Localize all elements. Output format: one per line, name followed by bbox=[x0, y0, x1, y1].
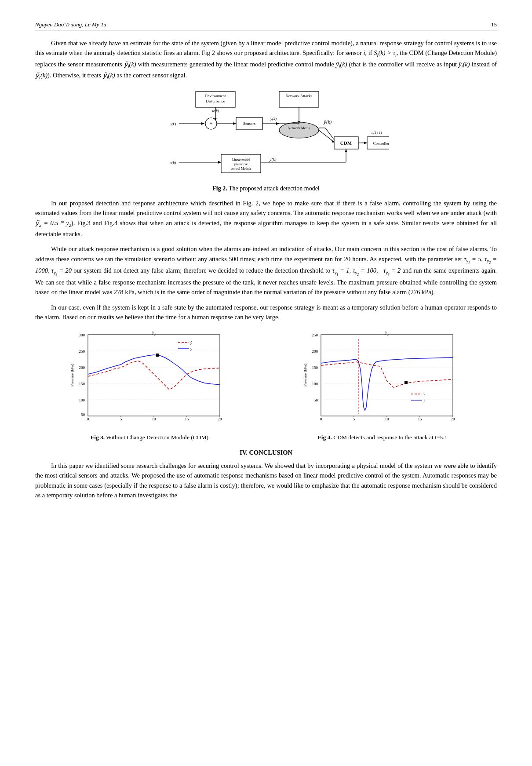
svg-rect-51 bbox=[88, 335, 220, 416]
svg-text:100: 100 bbox=[79, 398, 85, 402]
fig4-caption: Fig 4. CDM detects and response to the a… bbox=[318, 434, 448, 441]
svg-text:250: 250 bbox=[79, 349, 85, 354]
svg-text:u(k+1): u(k+1) bbox=[372, 131, 382, 135]
svg-text:150: 150 bbox=[79, 382, 85, 386]
svg-text:5: 5 bbox=[353, 417, 355, 421]
svg-marker-12 bbox=[201, 122, 204, 125]
paragraph-2: In our proposed detection and response a… bbox=[35, 198, 497, 239]
svg-marker-39 bbox=[218, 161, 221, 164]
svg-text:100: 100 bbox=[312, 382, 318, 386]
svg-marker-31 bbox=[364, 142, 367, 144]
svg-text:Environment: Environment bbox=[205, 94, 226, 98]
header-page-number: 15 bbox=[491, 21, 497, 28]
svg-text:ŷ: ŷ bbox=[190, 340, 192, 345]
svg-line-26 bbox=[319, 130, 334, 142]
paragraph-1: Given that we already have an estimate f… bbox=[35, 38, 497, 81]
svg-text:15: 15 bbox=[418, 417, 423, 421]
svg-point-22 bbox=[279, 122, 319, 138]
svg-text:ŷ(k): ŷ(k) bbox=[269, 157, 277, 162]
conclusion-paragraph: In this paper we identified some researc… bbox=[35, 461, 497, 500]
svg-rect-99 bbox=[404, 381, 408, 384]
page-header: Nguyen Dao Truong, Le My Tu 15 bbox=[35, 21, 497, 30]
fig3-caption: Fig 3. Without Change Detection Module (… bbox=[91, 434, 208, 441]
paragraph-3: While our attack response mechanism is a… bbox=[35, 244, 497, 297]
block-diagram-svg: Environment Disturbance w(k) Network Att… bbox=[143, 89, 389, 182]
svg-text:u(k): u(k) bbox=[170, 160, 176, 165]
figure-2-container: Environment Disturbance w(k) Network Att… bbox=[35, 89, 497, 182]
svg-text:150: 150 bbox=[312, 365, 318, 370]
charts-row: 300 250 200 150 100 50 0 5 10 15 20 Pres… bbox=[35, 330, 497, 441]
svg-text:y(k): y(k) bbox=[270, 117, 277, 121]
svg-text:CDM: CDM bbox=[340, 140, 352, 146]
svg-marker-16 bbox=[233, 122, 236, 125]
svg-text:10: 10 bbox=[152, 417, 157, 421]
svg-text:10: 10 bbox=[385, 417, 390, 421]
svg-text:50: 50 bbox=[81, 412, 85, 417]
svg-text:Network Media: Network Media bbox=[288, 126, 310, 130]
svg-text:20: 20 bbox=[451, 417, 455, 421]
svg-text:y: y bbox=[190, 347, 192, 351]
svg-text:200: 200 bbox=[79, 365, 85, 370]
svg-text:Linear model: Linear model bbox=[232, 158, 250, 162]
svg-text:20: 20 bbox=[218, 417, 222, 421]
paragraph-4: In our case, even if the system is kept … bbox=[35, 303, 497, 322]
chart-fig3: 300 250 200 150 100 50 0 5 10 15 20 Pres… bbox=[68, 330, 231, 431]
chart-fig3-wrap: 300 250 200 150 100 50 0 5 10 15 20 Pres… bbox=[35, 330, 264, 441]
svg-text:200: 200 bbox=[312, 349, 318, 354]
svg-text:+: + bbox=[209, 120, 212, 127]
fig2-caption: Fig 2. The proposed attack detection mod… bbox=[35, 185, 497, 192]
svg-text:control Module: control Module bbox=[231, 167, 251, 171]
svg-text:0: 0 bbox=[320, 417, 322, 421]
svg-text:0: 0 bbox=[87, 417, 89, 421]
svg-text:Disturbance: Disturbance bbox=[206, 99, 225, 103]
svg-text:Pressure (kPa): Pressure (kPa) bbox=[303, 364, 307, 387]
svg-line-50 bbox=[325, 128, 334, 140]
chart-fig4-wrap: 250 200 150 100 50 0 5 10 15 20 Pressure… bbox=[268, 330, 497, 441]
svg-text:predictive: predictive bbox=[234, 162, 248, 166]
svg-text:Network Attacks: Network Attacks bbox=[286, 94, 313, 98]
header-author: Nguyen Dao Truong, Le My Tu bbox=[35, 21, 106, 28]
svg-text:15: 15 bbox=[185, 417, 189, 421]
svg-text:Pressure (kPa): Pressure (kPa) bbox=[70, 364, 74, 387]
svg-text:250: 250 bbox=[312, 333, 318, 337]
chart-fig4: 250 200 150 100 50 0 5 10 15 20 Pressure… bbox=[301, 330, 464, 431]
svg-text:ŷ: ŷ bbox=[423, 392, 425, 396]
svg-text:Controller: Controller bbox=[373, 141, 390, 146]
svg-text:5: 5 bbox=[120, 417, 122, 421]
svg-text:ỹ(k): ỹ(k) bbox=[323, 119, 332, 125]
svg-rect-78 bbox=[321, 335, 453, 416]
conclusion-title: IV. CONCLUSION bbox=[35, 449, 497, 456]
svg-text:u(k): u(k) bbox=[170, 122, 176, 126]
svg-marker-21 bbox=[276, 122, 279, 125]
svg-text:y: y bbox=[423, 398, 425, 402]
svg-text:300: 300 bbox=[79, 333, 85, 337]
svg-marker-47 bbox=[345, 149, 347, 152]
svg-text:50: 50 bbox=[314, 398, 318, 402]
svg-text:Sensors: Sensors bbox=[243, 121, 255, 126]
svg-rect-73 bbox=[156, 354, 159, 357]
